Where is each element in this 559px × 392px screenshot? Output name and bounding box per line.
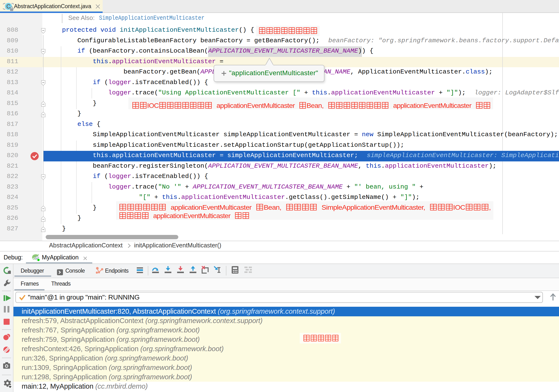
svg-text:C: C [7,3,10,9]
